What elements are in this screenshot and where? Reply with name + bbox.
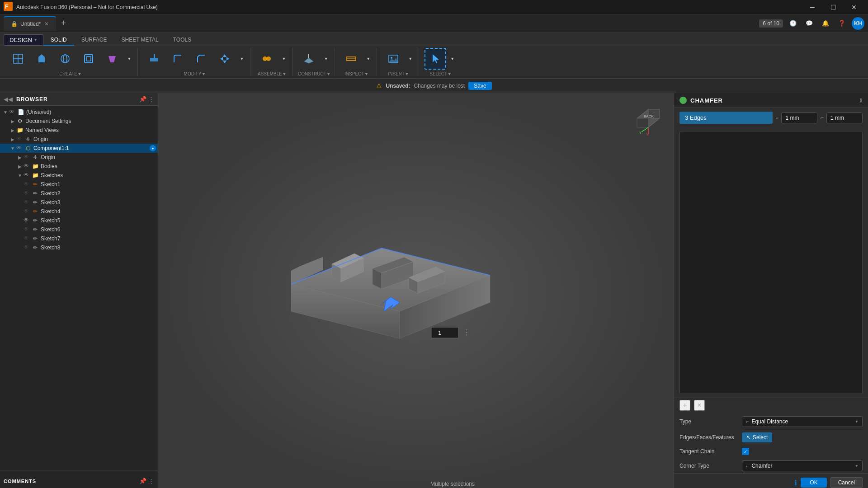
browser-pin[interactable]: 📌 [139, 96, 146, 103]
tree-item-unsaved[interactable]: ▼ 👁 📄 (Unsaved) [0, 108, 158, 117]
eye-sketch5[interactable]: 👁 [24, 217, 31, 224]
extrude-icon [35, 52, 48, 65]
tree-item-sketch8[interactable]: 👁 ✏ Sketch8 [0, 243, 158, 252]
chamfer-expand-icon[interactable]: ⟫ [859, 97, 863, 103]
minimize-button[interactable]: ─ [802, 0, 823, 14]
tree-item-doc-settings[interactable]: ▶ ⚙ Document Settings [0, 117, 158, 126]
tree-label-unsaved: (Unsaved) [26, 109, 156, 115]
tree-item-origin-top[interactable]: ▶ 👁 ✛ Origin [0, 135, 158, 144]
loft-button[interactable] [101, 48, 123, 70]
tree-item-sketches[interactable]: ▼ 👁 📁 Sketches [0, 171, 158, 180]
comments-pin[interactable]: 📌 [139, 478, 146, 484]
chamfer-status-icon [679, 97, 687, 104]
help-icon[interactable]: ❓ [835, 17, 848, 30]
eye-sketch2[interactable]: 👁 [24, 190, 31, 197]
tree-item-named-views[interactable]: ▶ 📁 Named Views [0, 126, 158, 135]
insert-more-button[interactable]: ▼ [406, 48, 415, 70]
browser-arrows[interactable]: ◀◀ [4, 96, 13, 103]
eye-sketch3[interactable]: 👁 [24, 199, 31, 206]
eye-sketch6[interactable]: 👁 [24, 226, 31, 233]
chamfer-info-icon[interactable]: ℹ [794, 479, 797, 487]
inspect-more-button[interactable]: ▼ [364, 48, 373, 70]
notification-icon[interactable]: 🔔 [819, 17, 832, 30]
eye-sketch1[interactable]: 👁 [24, 181, 31, 188]
tree-item-sketch7[interactable]: 👁 ✏ Sketch7 [0, 234, 158, 243]
construct-more-button[interactable]: ▼ [321, 48, 330, 70]
extrude-button[interactable] [31, 48, 52, 70]
maximize-button[interactable]: ☐ [823, 0, 844, 14]
close-button[interactable]: ✕ [844, 0, 864, 14]
tab-solid[interactable]: SOLID [43, 35, 74, 46]
press-pull-button[interactable] [143, 48, 165, 70]
tree-item-comp-origin[interactable]: ▶ 👁 ✛ Origin [0, 153, 158, 162]
new-component-button[interactable] [7, 48, 29, 70]
eye-sketch4[interactable]: 👁 [24, 208, 31, 215]
user-avatar[interactable]: KH [852, 17, 864, 30]
plane-button[interactable] [298, 48, 320, 70]
add-tab-button[interactable]: + [57, 17, 70, 30]
edges-selector[interactable]: 3 Edges [679, 112, 773, 124]
origin-icon: ✛ [24, 136, 32, 143]
tree-item-sketch5[interactable]: 👁 ✏ Sketch5 [0, 216, 158, 225]
close-tab-icon[interactable]: ✕ [44, 21, 49, 27]
create-more-button[interactable]: ▼ [125, 48, 134, 70]
construct-label: CONSTRUCT▼ [298, 71, 331, 76]
navigation-cube[interactable]: BACK X Y [630, 100, 666, 136]
eye-origin[interactable]: 👁 [16, 136, 24, 143]
sketch1-icon: ✏ [32, 181, 39, 188]
add-edge-button[interactable]: + [679, 400, 690, 411]
distance1-input[interactable] [781, 113, 817, 123]
eye-bodies[interactable]: 👁 [24, 163, 31, 170]
eye-comp[interactable]: 👁 [16, 145, 24, 152]
tree-item-sketch4[interactable]: 👁 ✏ Sketch4 [0, 207, 158, 216]
save-button[interactable]: Save [468, 82, 491, 90]
browser-expand[interactable]: ⋮ [148, 96, 154, 103]
ok-button[interactable]: OK [801, 478, 826, 488]
corner-type-dropdown[interactable]: ⌐ Chamfer ▼ [742, 460, 863, 471]
revolve-button[interactable] [54, 48, 76, 70]
eye-sketch7[interactable]: 👁 [24, 235, 31, 242]
cursor-icon: ↖ [746, 434, 751, 441]
select-button[interactable] [425, 48, 446, 70]
eye-co[interactable]: 👁 [24, 154, 31, 161]
tree-item-bodies[interactable]: ▶ 👁 📁 Bodies [0, 162, 158, 171]
tab-surface[interactable]: SURFACE [74, 35, 114, 46]
sketch2-icon: ✏ [32, 190, 39, 197]
insert-img-button[interactable] [382, 48, 404, 70]
tree-item-sketch6[interactable]: 👁 ✏ Sketch6 [0, 225, 158, 234]
clock-icon[interactable]: 🕐 [787, 17, 799, 30]
measure-button[interactable] [340, 48, 362, 70]
eye-unsaved[interactable]: 👁 [9, 108, 16, 116]
tree-item-component1[interactable]: ▼ 👁 ⬡ Component1:1 ● [0, 144, 158, 153]
tree-item-sketch3[interactable]: 👁 ✏ Sketch3 [0, 198, 158, 207]
fillet-button[interactable] [167, 48, 189, 70]
eye-sketches[interactable]: 👁 [24, 172, 31, 179]
active-tab[interactable]: 🔒 Untitled* ✕ [4, 16, 56, 31]
select-filter-button[interactable]: ↖ Select [742, 432, 772, 442]
shell-button[interactable] [78, 48, 99, 70]
tree-item-sketch2[interactable]: 👁 ✏ Sketch2 [0, 189, 158, 198]
comments-section: COMMENTS 📌 ⋮ [0, 470, 158, 488]
comments-expand[interactable]: ⋮ [148, 478, 154, 484]
modify-more-button[interactable]: ▼ [237, 48, 246, 70]
select-more-button[interactable]: ▼ [448, 48, 457, 70]
chamfer-button[interactable] [190, 48, 212, 70]
type-dropdown[interactable]: ⌐ Equal Distance ▼ [742, 416, 863, 427]
tree-item-sketch1[interactable]: 👁 ✏ Sketch1 [0, 180, 158, 189]
tangent-chain-checkbox[interactable]: ✓ [742, 448, 749, 455]
distance2-input[interactable] [826, 113, 863, 123]
assemble-more-button[interactable]: ▼ [279, 48, 288, 70]
viewport[interactable]: 1 ⋮ BACK X Y Multiple sel [158, 93, 674, 488]
eye-sketch8[interactable]: 👁 [24, 244, 31, 251]
cancel-button[interactable]: Cancel [830, 477, 863, 488]
design-dropdown[interactable]: DESIGN ▼ [4, 34, 43, 46]
tab-sheet-metal[interactable]: SHEET METAL [114, 35, 165, 46]
remove-edge-button[interactable]: × [694, 400, 705, 411]
sketch5-icon: ✏ [32, 217, 39, 224]
move-button[interactable] [214, 48, 236, 70]
chat-icon[interactable]: 💬 [803, 17, 816, 30]
assemble-label: ASSEMBLE▼ [258, 71, 287, 76]
svg-point-7 [63, 55, 67, 63]
tab-tools[interactable]: TOOLS [166, 35, 198, 46]
joint-button[interactable] [256, 48, 278, 70]
